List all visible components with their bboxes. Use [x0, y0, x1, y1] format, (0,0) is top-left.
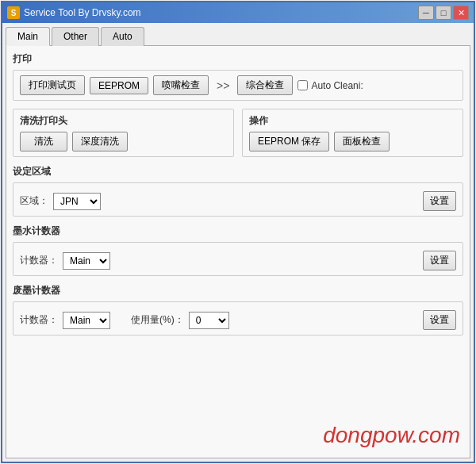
eeprom-save-btn[interactable]: EEPROM 保存	[249, 132, 329, 151]
title-bar-left: S Service Tool By Drvsky.com	[7, 6, 141, 19]
print-section-title: 打印	[13, 52, 463, 66]
clean-head-section: 清洗打印头 清洗 深度清洗	[13, 109, 234, 157]
auto-clean-checkbox[interactable]	[298, 80, 308, 90]
operate-section: 操作 EEPROM 保存 面板检查	[242, 109, 463, 157]
waste-counter-set-btn[interactable]: 设置	[423, 310, 456, 330]
print-section: 打印测试页 EEPROM 喷嘴检查 >> 综合检查 Auto Cleani:	[13, 70, 463, 101]
operate-title: 操作	[249, 114, 456, 128]
arrow-icon: >>	[213, 79, 232, 92]
auto-clean-label: Auto Cleani:	[311, 80, 363, 91]
comprehensive-check-btn[interactable]: 综合检查	[237, 75, 293, 95]
ink-counter-section-title: 墨水计数器	[13, 224, 463, 238]
region-label: 区域：	[20, 194, 48, 208]
deep-clean-btn[interactable]: 深度清洗	[72, 132, 128, 151]
waste-counter-field-row: 计数器： Main Sub 使用量(%)： 0 10 20 50 100 设置	[20, 310, 456, 330]
waste-counter-section: 计数器： Main Sub 使用量(%)： 0 10 20 50 100 设置	[13, 301, 463, 336]
ink-counter-field-row: 计数器： Main Sub 设置	[20, 251, 456, 270]
close-button[interactable]: ✕	[453, 6, 469, 20]
waste-counter-select[interactable]: Main Sub	[63, 312, 110, 329]
clean-btn[interactable]: 清洗	[20, 132, 67, 151]
double-section: 清洗打印头 清洗 深度清洗 操作 EEPROM 保存 面板检查	[13, 109, 463, 157]
region-field-row: 区域： JPN CHN USA EUR 设置	[20, 191, 456, 211]
ink-counter-label: 计数器：	[20, 254, 58, 267]
usage-select[interactable]: 0 10 20 50 100	[189, 312, 229, 329]
tab-main[interactable]: Main	[6, 27, 50, 46]
window-content: Main Other Auto 打印 打印测试页 EEPROM 喷嘴检查 >> …	[2, 23, 474, 462]
tab-bar: Main Other Auto	[6, 26, 470, 46]
tab-content-main: 打印 打印测试页 EEPROM 喷嘴检查 >> 综合检查 Auto Cleani…	[6, 46, 470, 458]
maximize-button[interactable]: □	[436, 6, 451, 20]
waste-counter-section-title: 废墨计数器	[13, 284, 463, 297]
print-test-btn[interactable]: 打印测试页	[20, 75, 85, 95]
title-bar: S Service Tool By Drvsky.com ─ □ ✕	[2, 2, 474, 23]
main-window: S Service Tool By Drvsky.com ─ □ ✕ Main …	[1, 1, 475, 463]
title-buttons: ─ □ ✕	[418, 6, 469, 20]
nozzle-check-btn[interactable]: 喷嘴检查	[153, 75, 209, 95]
region-set-btn[interactable]: 设置	[423, 191, 456, 211]
window-title: Service Tool By Drvsky.com	[24, 7, 141, 18]
eeprom-btn[interactable]: EEPROM	[90, 77, 148, 94]
clean-head-row: 清洗 深度清洗	[20, 132, 227, 151]
auto-clean-checkbox-row: Auto Cleani:	[298, 80, 363, 91]
tab-auto[interactable]: Auto	[101, 27, 144, 46]
tab-other[interactable]: Other	[52, 27, 99, 46]
panel-check-btn[interactable]: 面板检查	[334, 132, 390, 151]
clean-head-title: 清洗打印头	[20, 114, 227, 128]
usage-label: 使用量(%)：	[131, 313, 184, 327]
minimize-button[interactable]: ─	[418, 6, 434, 20]
ink-counter-set-btn[interactable]: 设置	[423, 251, 456, 270]
waste-counter-label: 计数器：	[20, 313, 58, 327]
ink-counter-select[interactable]: Main Sub	[63, 252, 110, 270]
region-section-title: 设定区域	[13, 165, 463, 178]
app-icon: S	[7, 6, 20, 19]
operate-row: EEPROM 保存 面板检查	[249, 132, 456, 151]
print-row: 打印测试页 EEPROM 喷嘴检查 >> 综合检查 Auto Cleani:	[20, 75, 456, 95]
region-section: 区域： JPN CHN USA EUR 设置	[13, 182, 463, 217]
ink-counter-section: 计数器： Main Sub 设置	[13, 242, 463, 276]
region-select[interactable]: JPN CHN USA EUR	[53, 193, 101, 210]
